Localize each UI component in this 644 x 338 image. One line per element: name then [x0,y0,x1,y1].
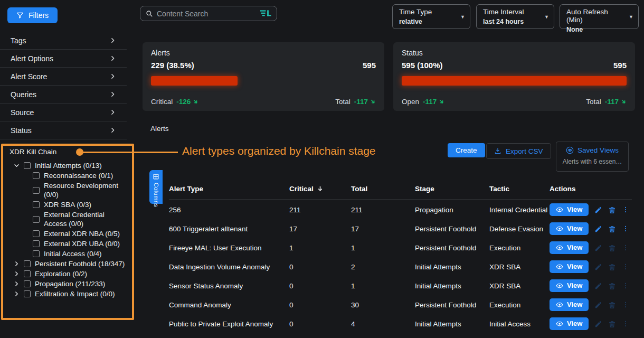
killchain-item-label: External Credential Access (0/0) [44,210,125,228]
column-header-critical[interactable]: Critical [289,185,351,193]
killchain-item-initial-attempts-0-13: Initial Attempts (0/13) [14,161,125,170]
view-button[interactable]: View [550,203,589,216]
columns-button[interactable]: Columns [149,170,163,204]
killchain-checkbox[interactable] [33,172,40,179]
card-right-value: 595 [613,61,627,70]
tree-expander-icon[interactable] [14,281,20,287]
killchain-checkbox[interactable] [24,270,31,277]
eye-icon [556,301,563,308]
saved-views-panel[interactable]: Saved Views Alerts with 6 essen… [556,142,629,172]
view-button[interactable]: View [550,241,589,254]
kebab-menu-icon[interactable] [622,301,629,308]
edit-pencil-icon[interactable] [594,206,602,214]
cell-actions: View [550,279,632,292]
killchain-checkbox[interactable] [24,290,31,297]
kebab-menu-icon[interactable] [622,225,629,232]
tree-expander-icon[interactable] [14,271,20,277]
killchain-item-label: Reconnaissance (0/1) [44,171,113,180]
killchain-item-label: Initial Attempts (0/13) [35,161,102,170]
killchain-checkbox[interactable] [24,280,31,287]
tree-expander-icon[interactable] [14,261,20,267]
delete-trash-icon[interactable] [608,301,616,309]
view-button-label: View [567,281,582,289]
view-button[interactable]: View [550,298,589,311]
card-footer-left-label: Open [402,98,419,106]
edit-pencil-icon[interactable] [594,282,602,290]
tree-expander-icon[interactable] [14,291,20,297]
kebab-menu-icon[interactable] [622,206,629,213]
search-input[interactable] [157,10,257,18]
card-footer-right-label: Total [586,98,601,106]
killchain-checkbox[interactable] [24,260,31,267]
filters-button[interactable]: Filters [7,7,58,23]
dropdown-auto-refresh-min[interactable]: Auto Refresh (Min) None ▼ [560,4,639,29]
column-header-label: Stage [415,185,434,193]
view-button[interactable]: View [550,279,589,292]
cell-actions: View [550,222,632,235]
killchain-item-external-xdr-uba-0-0: External XDR UBA (0/0) [33,239,125,248]
create-button[interactable]: Create [448,143,485,157]
edit-pencil-icon[interactable] [594,301,602,309]
killchain-checkbox[interactable] [24,162,31,169]
delete-trash-icon[interactable] [608,206,616,214]
sidebar-item-tags[interactable]: Tags [0,32,127,50]
view-button-label: View [567,224,582,232]
view-button[interactable]: View [550,260,589,273]
view-button[interactable]: View [550,222,589,235]
kebab-menu-icon[interactable] [622,282,629,289]
export-csv-button[interactable]: Export CSV [486,143,551,159]
view-button[interactable]: View [550,317,589,330]
killchain-checkbox[interactable] [33,187,40,194]
delete-trash-icon[interactable] [608,282,616,290]
killchain-checkbox[interactable] [33,250,40,257]
dropdown-time-type[interactable]: Time Type relative ▼ [392,4,470,29]
kebab-menu-icon[interactable] [622,263,629,270]
delete-trash-icon[interactable] [608,320,616,328]
column-header-label: Tactic [489,185,509,193]
eye-icon [556,263,563,270]
columns-button-label: Columns [153,183,159,207]
sidebar-item-alert-options[interactable]: Alert Options [0,50,127,68]
column-header-tactic[interactable]: Tactic [489,185,550,193]
tree-expander-icon[interactable] [14,163,20,168]
caret-down-icon: ▼ [544,14,549,20]
dropdown-time-interval[interactable]: Time Interval last 24 hours ▼ [476,4,554,29]
column-header-alert-type[interactable]: Alert Type [169,185,289,193]
cell-tactic: Defense Evasion [489,225,550,233]
killchain-checkbox[interactable] [33,230,40,237]
column-header-total[interactable]: Total [351,185,415,193]
column-header-stage[interactable]: Stage [415,185,489,193]
sidebar-item-status[interactable]: Status [0,121,127,139]
cell-tactic: XDR SBA [489,263,550,271]
cell-alert-type: Data Ingestion Volume Anomaly [169,263,289,271]
sidebar-item-source[interactable]: Source [0,104,127,121]
edit-pencil-icon[interactable] [594,263,602,271]
killchain-checkbox[interactable] [33,216,40,223]
cell-total: 1 [351,282,415,290]
killchain-checkbox[interactable] [33,240,40,247]
sidebar-item-queries[interactable]: Queries [0,86,127,104]
delete-trash-icon[interactable] [608,225,616,233]
chevron-right-icon [109,109,116,116]
edit-pencil-icon[interactable] [594,320,602,328]
killchain-item-external-xdr-nba-0-5: External XDR NBA (0/5) [33,229,125,238]
killchain-section-label: XDR Kill Chain [10,148,56,156]
killchain-item-label: External XDR NBA (0/5) [44,229,120,238]
killchain-item-label: Propagation (211/233) [35,279,105,288]
delete-trash-icon[interactable] [608,263,616,271]
killchain-tree: Initial Attempts (0/13) Reconnaissance (… [10,160,125,299]
lucene-filter-icon[interactable] [260,10,271,17]
killchain-checkbox[interactable] [33,201,40,208]
sidebar-item-alert-score[interactable]: Alert Score [0,68,127,86]
killchain-item-reconnaissance-0-1: Reconnaissance (0/1) [33,171,125,180]
kebab-menu-icon[interactable] [622,244,629,251]
edit-pencil-icon[interactable] [594,244,602,252]
cell-stage: Persistent Foothold [415,244,489,252]
card-footer-right-label: Total [335,98,351,106]
cell-stage: Persistent Foothold [415,225,489,233]
content-search-box [140,6,277,21]
kebab-menu-icon[interactable] [622,320,629,327]
view-button-label: View [567,243,582,251]
edit-pencil-icon[interactable] [594,225,602,233]
delete-trash-icon[interactable] [608,244,616,252]
